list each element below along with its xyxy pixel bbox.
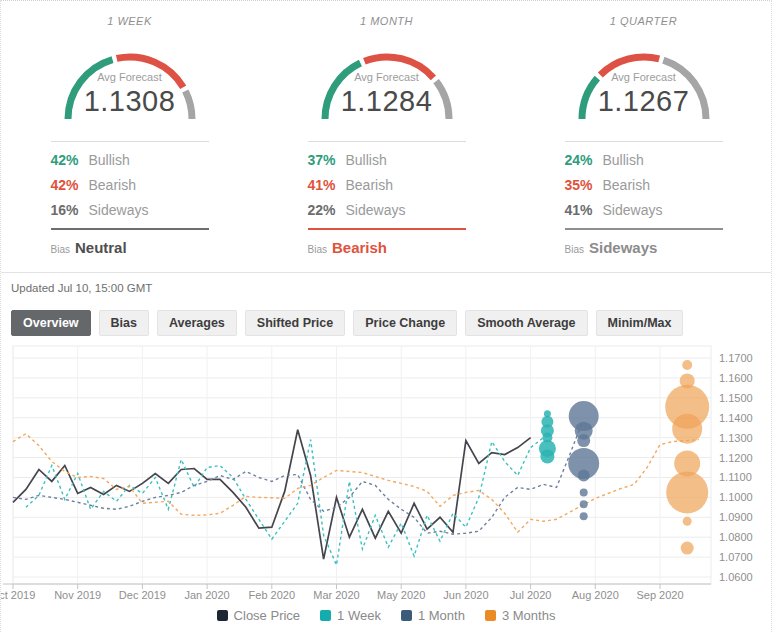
sideways-row: 41% Sideways	[565, 197, 723, 222]
bias-underline	[51, 228, 209, 230]
y-axis-label: 1.1100	[719, 471, 752, 483]
sentiment-stats: 37% Bullish 41% Bearish 22% Sideways Bia…	[308, 141, 466, 256]
forecast-bubble-1-month	[578, 470, 590, 482]
x-axis-label: Nov 2019	[54, 589, 101, 601]
bias-value: Bearish	[332, 239, 387, 256]
bearish-label: Bearish	[89, 177, 136, 193]
legend-swatch	[320, 610, 331, 621]
legend-label: 1 Month	[418, 608, 465, 623]
forecast-bubble-1-month	[580, 512, 588, 520]
y-axis-label: 1.1400	[719, 412, 753, 424]
forecast-panel-1-month: 1 MONTH Avg Forecast 1.1284 37% Bullish …	[258, 7, 515, 256]
chart-legend: Close Price1 Week1 Month3 Months	[1, 608, 771, 623]
sideways-label: Sideways	[89, 202, 149, 218]
bearish-label: Bearish	[346, 177, 393, 193]
tab-smooth-average[interactable]: Smooth Average	[465, 310, 587, 336]
sideways-pct: 16%	[51, 202, 89, 218]
forecast-panel-1-quarter: 1 QUARTER Avg Forecast 1.1267 24% Bullis…	[515, 7, 772, 256]
gauge-center: Avg Forecast 1.1284	[299, 29, 475, 118]
bearish-pct: 35%	[565, 177, 603, 193]
bias-value: Sideways	[589, 239, 657, 256]
chart-canvas: Oct 2019Nov 2019Dec 2019Jan 2020Feb 2020…	[1, 344, 774, 602]
legend-label: Close Price	[234, 608, 300, 623]
tab-shifted-price[interactable]: Shifted Price	[245, 310, 345, 336]
x-axis-label: Jan 2020	[184, 589, 229, 601]
forecast-chart: Oct 2019Nov 2019Dec 2019Jan 2020Feb 2020…	[1, 344, 771, 623]
y-axis-label: 1.1300	[719, 432, 753, 444]
bearish-pct: 41%	[308, 177, 346, 193]
legend-label: 3 Months	[502, 608, 555, 623]
legend-item-close-price[interactable]: Close Price	[217, 608, 300, 623]
legend-swatch	[485, 610, 496, 621]
forecast-poll-widget: 1 WEEK Avg Forecast 1.1308 42% Bullish 4…	[0, 0, 772, 632]
y-axis-label: 1.0600	[719, 571, 753, 583]
y-axis-label: 1.1700	[719, 352, 753, 364]
bullish-label: Bullish	[346, 152, 387, 168]
bullish-pct: 37%	[308, 152, 346, 168]
x-axis-label: Aug 2020	[572, 589, 619, 601]
bias-row: Bias Sideways	[565, 239, 723, 256]
panel-title: 1 QUARTER	[515, 15, 772, 27]
panel-title: 1 MONTH	[258, 15, 515, 27]
x-axis-label: Feb 2020	[249, 589, 295, 601]
sideways-row: 22% Sideways	[308, 197, 466, 222]
forecast-bubble-3-months	[683, 517, 692, 526]
sideways-pct: 22%	[308, 202, 346, 218]
x-axis-label: Sep 2020	[636, 589, 683, 601]
tab-overview[interactable]: Overview	[11, 310, 91, 336]
tab-averages[interactable]: Averages	[157, 310, 237, 336]
chart-tabs: OverviewBiasAveragesShifted PricePrice C…	[11, 310, 771, 336]
forecast-bubble-1-week	[540, 450, 554, 464]
legend-label: 1 Week	[337, 608, 381, 623]
divider	[51, 141, 209, 142]
y-axis-label: 1.1000	[719, 491, 753, 503]
avg-forecast-label: Avg Forecast	[42, 71, 218, 83]
gauge: Avg Forecast 1.1308	[42, 29, 218, 127]
bearish-pct: 42%	[51, 177, 89, 193]
bias-underline	[565, 228, 723, 230]
forecast-bubble-1-month	[577, 434, 590, 447]
bearish-label: Bearish	[603, 177, 650, 193]
bias-row: Bias Bearish	[308, 239, 466, 256]
y-axis-label: 1.1200	[719, 452, 753, 464]
sideways-label: Sideways	[603, 202, 663, 218]
x-axis-label: May 2020	[377, 589, 425, 601]
forecast-bubble-3-months	[672, 414, 702, 444]
forecast-panels: 1 WEEK Avg Forecast 1.1308 42% Bullish 4…	[1, 7, 771, 256]
x-axis-label: Jun 2020	[443, 589, 488, 601]
divider	[308, 141, 466, 142]
bullish-row: 24% Bullish	[565, 147, 723, 172]
gauge: Avg Forecast 1.1267	[556, 29, 732, 127]
bias-label: Bias	[308, 244, 327, 255]
legend-item-3-months[interactable]: 3 Months	[485, 608, 555, 623]
gauge-center: Avg Forecast 1.1267	[556, 29, 732, 118]
tab-minim-max[interactable]: Minim/Max	[596, 310, 684, 336]
avg-forecast-value: 1.1267	[556, 85, 732, 118]
y-axis-label: 1.1600	[719, 372, 753, 384]
legend-item-1-week[interactable]: 1 Week	[320, 608, 381, 623]
tab-price-change[interactable]: Price Change	[353, 310, 457, 336]
bullish-pct: 42%	[51, 152, 89, 168]
y-axis-label: 1.0700	[719, 551, 753, 563]
x-axis-label: Dec 2019	[119, 589, 166, 601]
forecast-panel-1-week: 1 WEEK Avg Forecast 1.1308 42% Bullish 4…	[1, 7, 258, 256]
panel-title: 1 WEEK	[1, 15, 258, 27]
bias-label: Bias	[51, 244, 70, 255]
forecast-bubble-3-months	[666, 471, 708, 513]
bullish-label: Bullish	[603, 152, 644, 168]
forecast-bubble-1-month	[580, 488, 588, 496]
x-axis-label: Oct 2019	[1, 589, 35, 601]
bias-value: Neutral	[75, 239, 127, 256]
y-axis-label: 1.0900	[719, 511, 753, 523]
tab-bias[interactable]: Bias	[99, 310, 149, 336]
avg-forecast-label: Avg Forecast	[556, 71, 732, 83]
bullish-row: 37% Bullish	[308, 147, 466, 172]
legend-item-1-month[interactable]: 1 Month	[401, 608, 465, 623]
x-axis-label: Jul 2020	[510, 589, 552, 601]
legend-swatch	[401, 610, 412, 621]
bullish-label: Bullish	[89, 152, 130, 168]
bias-label: Bias	[565, 244, 584, 255]
sideways-row: 16% Sideways	[51, 197, 209, 222]
sentiment-stats: 24% Bullish 35% Bearish 41% Sideways Bia…	[565, 141, 723, 256]
sideways-pct: 41%	[565, 202, 603, 218]
